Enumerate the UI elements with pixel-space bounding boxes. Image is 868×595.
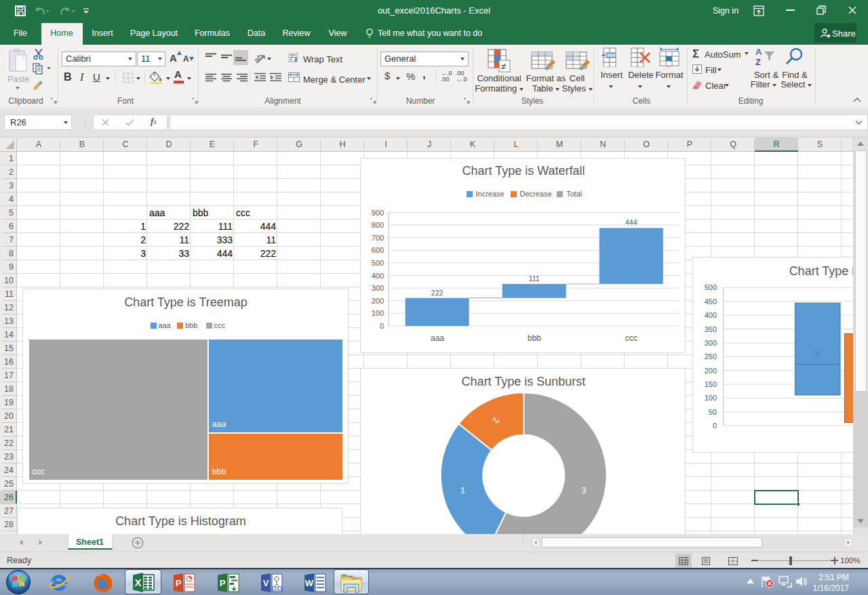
svg-text:3: 3 <box>581 485 586 495</box>
svg-text:≠: ≠ <box>501 61 507 72</box>
svg-text:W: W <box>305 578 314 588</box>
svg-text:ab: ab <box>255 52 265 64</box>
svg-text:Z: Z <box>755 57 761 66</box>
svg-text:P: P <box>176 578 182 588</box>
svg-text:A: A <box>755 47 762 57</box>
svg-text:X: X <box>134 577 141 588</box>
svg-text:1: 1 <box>460 485 465 495</box>
svg-text:V: V <box>263 578 269 588</box>
svg-text:P: P <box>220 578 226 588</box>
